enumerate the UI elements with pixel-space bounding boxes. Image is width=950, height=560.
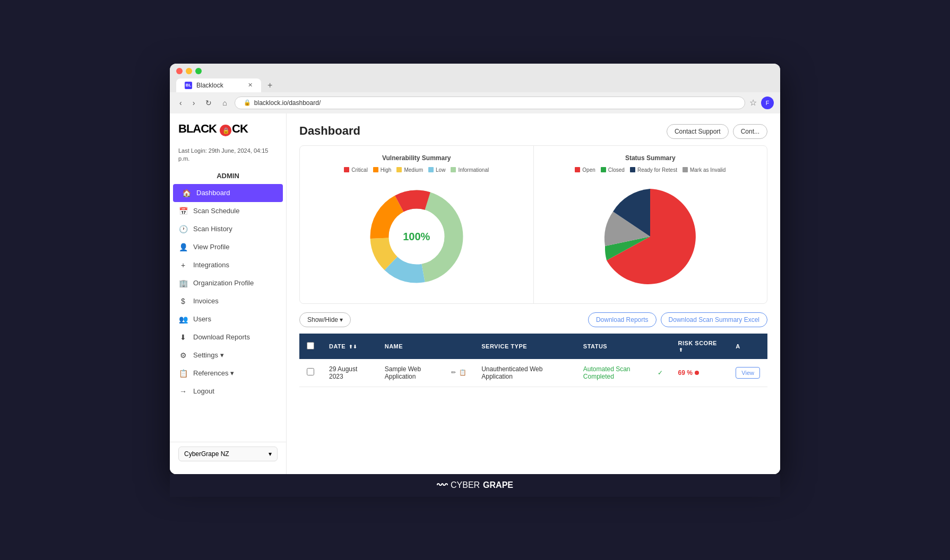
traffic-lights [176, 68, 774, 74]
date-sort-icon: ⬆⬇ [349, 344, 358, 349]
col-service-type[interactable]: SERVICE TYPE [474, 334, 576, 359]
sidebar-label-org-profile: Organization Profile [193, 279, 254, 287]
legend-low: Low [428, 167, 445, 173]
home-button[interactable]: ⌂ [219, 97, 230, 109]
sidebar-label-logout: Logout [193, 387, 214, 395]
tab-close-button[interactable]: ✕ [248, 82, 253, 89]
copy-icon[interactable]: 📋 [459, 369, 467, 376]
bookmark-button[interactable]: ☆ [749, 98, 757, 108]
col-status[interactable]: STATUS [576, 334, 671, 359]
sidebar-label-scan-history: Scan History [193, 225, 232, 233]
url-text: blacklock.io/dashboard/ [254, 99, 321, 107]
forward-button[interactable]: › [189, 97, 198, 109]
edit-icon[interactable]: ✏ [451, 369, 456, 376]
close-traffic-light[interactable] [176, 68, 183, 74]
legend-high: High [373, 167, 392, 173]
table-row: 29 August 2023 Sample Web Application ✏ … [299, 359, 767, 387]
legend-high-dot [373, 167, 378, 172]
sidebar-item-settings[interactable]: ⚙ Settings ▾ [170, 346, 286, 364]
legend-informational: Informational [451, 167, 489, 173]
legend-closed-dot [601, 167, 606, 172]
download-excel-button[interactable]: Download Scan Summary Excel [661, 312, 767, 327]
contact-support-button[interactable]: Contact Support [667, 124, 729, 139]
sidebar-nav: 🏠 Dashboard 📅 Scan Schedule 🕐 Scan Histo… [170, 184, 286, 442]
show-hide-button[interactable]: Show/Hide ▾ [299, 312, 351, 327]
select-all-checkbox[interactable] [307, 342, 314, 349]
sidebar-item-logout[interactable]: → Logout [170, 382, 286, 400]
sidebar-item-invoices[interactable]: $ Invoices [170, 292, 286, 310]
sidebar-item-integrations[interactable]: + Integrations [170, 256, 286, 274]
reload-button[interactable]: ↻ [202, 97, 215, 109]
users-icon: 👥 [178, 315, 188, 323]
row-service-type: Unauthenticated Web Application [474, 359, 576, 387]
col-date[interactable]: DATE ⬆⬇ [322, 334, 377, 359]
legend-retest-dot [630, 167, 635, 172]
legend-informational-dot [451, 167, 456, 172]
view-button[interactable]: View [736, 367, 760, 379]
address-bar[interactable]: 🔒 blacklock.io/dashboard/ [235, 97, 745, 109]
app-name-text: Sample Web Application [385, 365, 448, 380]
legend-ready-retest: Ready for Retest [630, 167, 677, 173]
browser-tabs: BL Blacklock ✕ + [176, 78, 774, 92]
vulnerability-chart-area: 100% [308, 178, 525, 295]
status-chart-card: Status Summary Open Closed Ready for [534, 146, 767, 303]
sidebar-item-scan-history[interactable]: 🕐 Scan History [170, 220, 286, 238]
plus-icon: + [178, 261, 188, 269]
legend-mark-invalid: Mark as Invalid [683, 167, 726, 173]
active-tab[interactable]: BL Blacklock ✕ [176, 78, 261, 92]
status-completed: Automated Scan Completed ✓ [583, 365, 663, 380]
contact-button2[interactable]: Cont... [733, 124, 767, 139]
legend-invalid-dot [683, 167, 688, 172]
cybergrape-icon: 〰 [437, 479, 447, 492]
sidebar-footer: CyberGrape NZ ▾ [170, 442, 286, 466]
download-reports-button[interactable]: Download Reports [588, 312, 657, 327]
tab-label: Blacklock [196, 82, 223, 89]
sidebar-label-scan-schedule: Scan Schedule [193, 207, 239, 215]
admin-label: ADMIN [170, 170, 286, 184]
download-icon: ⬇ [178, 333, 188, 342]
sidebar-label-users: Users [193, 315, 211, 323]
maximize-traffic-light[interactable] [195, 68, 202, 74]
row-risk-score: 69 % [670, 359, 728, 387]
calendar-icon: 📅 [178, 207, 188, 215]
logout-icon: → [178, 387, 188, 396]
new-tab-button[interactable]: + [263, 78, 277, 92]
check-icon: ✓ [658, 369, 663, 377]
header-row: DATE ⬆⬇ NAME SERVICE TYPE STATUS RISK SC… [299, 334, 767, 359]
sidebar-item-references[interactable]: 📋 References ▾ [170, 364, 286, 382]
cyber-text: CYBER [451, 480, 480, 490]
sidebar-item-org-profile[interactable]: 🏢 Organization Profile [170, 274, 286, 292]
app-name-container: Sample Web Application ✏ 📋 [385, 365, 467, 380]
sidebar-item-dashboard[interactable]: 🏠 Dashboard [173, 184, 283, 202]
ssl-lock-icon: 🔒 [244, 99, 251, 106]
user-icon: 👤 [178, 243, 188, 251]
charts-section: Vulnerability Summary Critical High M [299, 145, 767, 304]
dashboard-icon: 🏠 [182, 189, 191, 197]
sidebar-item-view-profile[interactable]: 👤 View Profile [170, 238, 286, 256]
col-checkbox [299, 334, 322, 359]
org-selector[interactable]: CyberGrape NZ ▾ [178, 447, 278, 461]
sidebar-label-settings: Settings ▾ [193, 351, 224, 359]
sidebar-item-download-reports[interactable]: ⬇ Download Reports [170, 328, 286, 346]
vulnerability-legend: Critical High Medium Low [308, 167, 525, 173]
col-name[interactable]: NAME [377, 334, 474, 359]
profile-avatar[interactable]: F [761, 97, 774, 109]
sidebar-label-view-profile: View Profile [193, 243, 229, 251]
row-view-action: View [728, 359, 767, 387]
legend-open-dot [575, 167, 580, 172]
row-status: Automated Scan Completed ✓ [576, 359, 671, 387]
main-content: Dashboard Contact Support Cont... Vulner… [287, 113, 780, 474]
building-icon: 🏢 [178, 279, 188, 287]
risk-dot-indicator [695, 371, 699, 375]
sidebar: BLACK 🔒CK Last Login: 29th June, 2024, 0… [170, 113, 287, 474]
legend-critical-dot [344, 167, 349, 172]
legend-low-dot [428, 167, 434, 172]
login-info: Last Login: 29th June, 2024, 04:15 p.m. [170, 143, 286, 170]
row-checkbox[interactable] [307, 368, 314, 375]
minimize-traffic-light[interactable] [186, 68, 192, 74]
col-risk-score[interactable]: RISK SCORE ⬆ [670, 334, 728, 359]
risk-score-container: 69 % [678, 369, 721, 377]
sidebar-item-users[interactable]: 👥 Users [170, 310, 286, 328]
sidebar-item-scan-schedule[interactable]: 📅 Scan Schedule [170, 202, 286, 220]
back-button[interactable]: ‹ [176, 97, 185, 109]
